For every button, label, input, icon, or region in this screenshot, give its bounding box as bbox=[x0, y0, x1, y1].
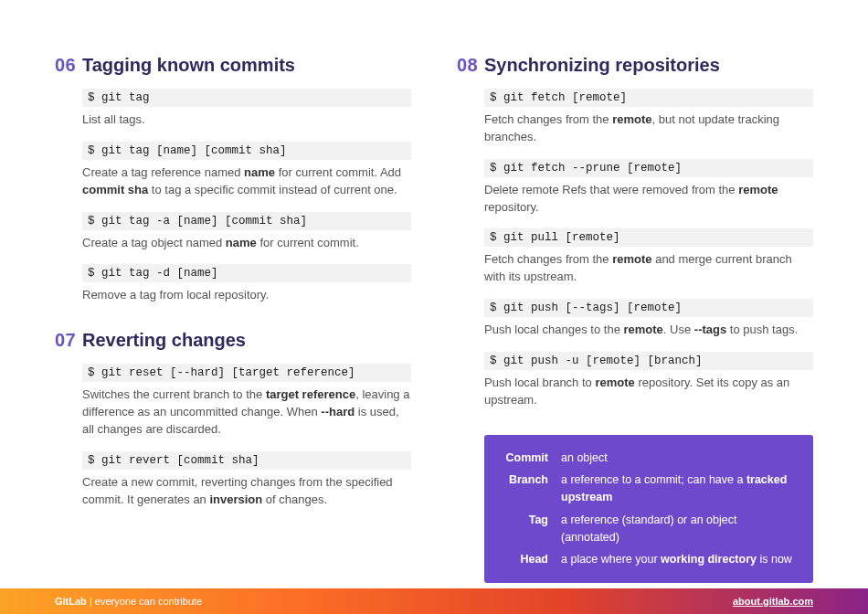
description: Fetch changes from the remote, but not u… bbox=[484, 111, 813, 146]
description: Create a tag reference named name for cu… bbox=[82, 164, 411, 199]
section-07: 07 Reverting changes $ git reset [--hard… bbox=[55, 330, 411, 508]
glossary-row: Commit an object bbox=[503, 450, 795, 467]
section-title: Tagging known commits bbox=[82, 55, 295, 76]
footer-brand: GitLab bbox=[55, 596, 87, 607]
right-column: 08 Synchronizing repositories $ git fetc… bbox=[457, 55, 813, 583]
section-heading: 06 Tagging known commits bbox=[55, 55, 411, 76]
section-title: Synchronizing repositories bbox=[484, 55, 720, 76]
entry: $ git tag [name] [commit sha] Create a t… bbox=[82, 142, 411, 199]
description: List all tags. bbox=[82, 111, 411, 129]
command: $ git tag -a [name] [commit sha] bbox=[82, 212, 411, 230]
entry: $ git tag -d [name] Remove a tag from lo… bbox=[82, 264, 411, 304]
section-heading: 08 Synchronizing repositories bbox=[457, 55, 813, 76]
entries: $ git reset [--hard] [target reference] … bbox=[82, 364, 411, 508]
command: $ git tag [name] [commit sha] bbox=[82, 142, 411, 160]
command: $ git reset [--hard] [target reference] bbox=[82, 364, 411, 382]
section-title: Reverting changes bbox=[82, 330, 246, 351]
command: $ git push -u [remote] [branch] bbox=[484, 352, 813, 370]
section-number: 08 bbox=[457, 55, 484, 76]
description: Create a tag object named name for curre… bbox=[82, 235, 411, 252]
entries: $ git fetch [remote] Fetch changes from … bbox=[484, 89, 813, 409]
glossary-definition: a place where your working directory is … bbox=[561, 551, 795, 568]
glossary-definition: an object bbox=[561, 450, 795, 467]
entry: $ git revert [commit sha] Create a new c… bbox=[82, 451, 411, 509]
section-heading: 07 Reverting changes bbox=[55, 330, 411, 351]
description: Push local changes to the remote. Use --… bbox=[484, 322, 813, 339]
glossary-term: Commit bbox=[503, 450, 561, 467]
section-number: 06 bbox=[55, 55, 82, 76]
description: Switches the current branch to the targe… bbox=[82, 386, 411, 439]
entry: $ git tag List all tags. bbox=[82, 89, 411, 129]
entry: $ git push [--tags] [remote] Push local … bbox=[484, 299, 813, 339]
entry: $ git fetch [remote] Fetch changes from … bbox=[484, 89, 813, 146]
footer-left: GitLab | everyone can contribute bbox=[55, 596, 202, 607]
section-08: 08 Synchronizing repositories $ git fetc… bbox=[457, 55, 813, 409]
glossary-term: Head bbox=[503, 551, 561, 568]
command: $ git pull [remote] bbox=[484, 228, 813, 247]
command: $ git fetch --prune [remote] bbox=[484, 159, 813, 177]
section-06: 06 Tagging known commits $ git tag List … bbox=[55, 55, 411, 304]
footer-tagline: | everyone can contribute bbox=[87, 596, 202, 607]
glossary-row: Branch a reference to a commit; can have… bbox=[503, 471, 795, 506]
section-number: 07 bbox=[55, 330, 82, 351]
entries: $ git tag List all tags. $ git tag [name… bbox=[82, 89, 411, 304]
glossary-row: Head a place where your working director… bbox=[503, 551, 795, 568]
description: Delete remote Refs that were removed fro… bbox=[484, 182, 813, 217]
glossary-definition: a reference (standard) or an object (ann… bbox=[561, 512, 795, 546]
glossary-term: Branch bbox=[503, 471, 561, 506]
page-content: 06 Tagging known commits $ git tag List … bbox=[0, 0, 868, 583]
command: $ git revert [commit sha] bbox=[82, 451, 411, 470]
entry: $ git pull [remote] Fetch changes from t… bbox=[484, 228, 813, 286]
glossary-box: Commit an object Branch a reference to a… bbox=[484, 435, 813, 584]
entry: $ git push -u [remote] [branch] Push loc… bbox=[484, 352, 813, 409]
description: Create a new commit, reverting changes f… bbox=[82, 474, 411, 509]
command: $ git push [--tags] [remote] bbox=[484, 299, 813, 317]
description: Remove a tag from local repository. bbox=[82, 287, 411, 304]
glossary-definition: a reference to a commit; can have a trac… bbox=[561, 471, 795, 506]
entry: $ git reset [--hard] [target reference] … bbox=[82, 364, 411, 439]
command: $ git tag bbox=[82, 89, 411, 107]
footer-bar: GitLab | everyone can contribute about.g… bbox=[0, 588, 868, 614]
description: Fetch changes from the remote and merge … bbox=[484, 251, 813, 286]
command: $ git tag -d [name] bbox=[82, 264, 411, 282]
glossary-term: Tag bbox=[503, 512, 561, 546]
description: Push local branch to remote repository. … bbox=[484, 375, 813, 409]
command: $ git fetch [remote] bbox=[484, 89, 813, 107]
footer-link[interactable]: about.gitlab.com bbox=[733, 596, 813, 607]
glossary-row: Tag a reference (standard) or an object … bbox=[503, 512, 795, 546]
entry: $ git fetch --prune [remote] Delete remo… bbox=[484, 159, 813, 217]
left-column: 06 Tagging known commits $ git tag List … bbox=[55, 55, 411, 583]
entry: $ git tag -a [name] [commit sha] Create … bbox=[82, 212, 411, 252]
